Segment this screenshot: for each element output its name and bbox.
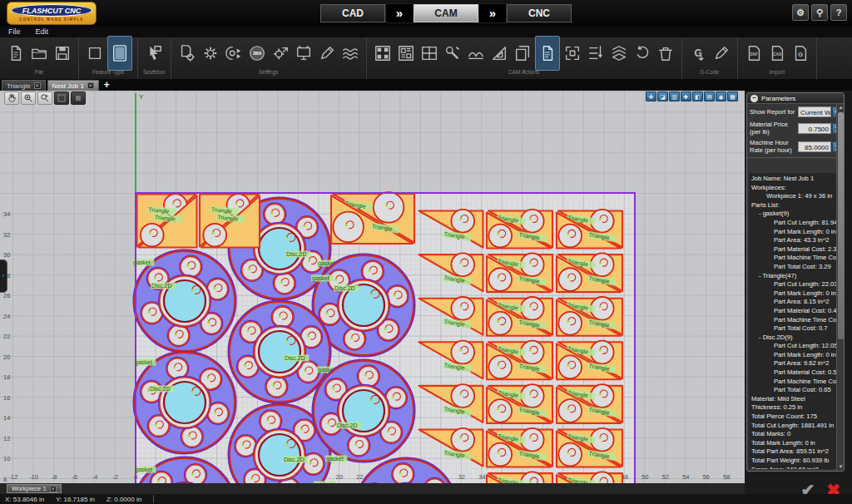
zoom-selected-icon[interactable] — [71, 91, 86, 105]
layers-icon[interactable] — [608, 42, 630, 64]
gcode-edit-icon[interactable] — [711, 42, 732, 64]
pierce-point — [459, 305, 462, 308]
triangle-hole — [451, 384, 474, 408]
report-line: Workpieces: — [751, 184, 842, 193]
key-icon[interactable]: ⚲ — [811, 4, 828, 21]
bolt-hole — [273, 272, 295, 294]
zoom-in-icon[interactable] — [21, 91, 36, 105]
canvas-tool-8-icon[interactable]: ▦ — [727, 91, 738, 101]
waterjet-settings-icon[interactable] — [339, 42, 361, 64]
fab-settings-icon[interactable] — [223, 42, 245, 64]
pierce-point — [497, 233, 499, 235]
nest-parts-icon[interactable] — [372, 42, 394, 64]
gcode-generate-icon[interactable]: G — [687, 42, 709, 64]
triangle-hole — [488, 443, 512, 467]
feature-outline-icon[interactable] — [84, 42, 106, 64]
pierce-point — [241, 444, 244, 447]
report-line: - Triangle(47) — [751, 272, 842, 281]
canvas-tool-6-icon[interactable]: ▤ — [704, 91, 715, 101]
pan-hand-icon[interactable] — [4, 91, 19, 105]
nest-drawing[interactable]: XY-12-10-8-6-4-2024681012141618202224262… — [0, 91, 745, 483]
transform-icon[interactable] — [562, 42, 583, 64]
panes-icon[interactable] — [419, 42, 440, 64]
open-file-icon[interactable] — [28, 42, 50, 64]
menu-file[interactable]: File — [8, 27, 21, 37]
y-axis-label: Y — [139, 93, 144, 101]
delete-icon[interactable] — [655, 42, 676, 64]
canvas-tool-4-icon[interactable]: ✚ — [681, 91, 691, 101]
group-expand-icon[interactable]: ⌄ — [151, 67, 156, 72]
undo-icon[interactable] — [632, 42, 653, 64]
doc-tab-nest-job-1[interactable]: Nest Job 1✕ — [47, 80, 99, 91]
canvas-tool-1-icon[interactable]: ✥ — [646, 91, 656, 101]
settings-gears-icon[interactable]: ⚙ — [792, 4, 809, 21]
zoom-window-icon[interactable] — [37, 91, 52, 105]
new-file-icon[interactable] — [5, 42, 27, 64]
material-price-input[interactable]: 0.7500 — [798, 123, 831, 134]
duplicate-icon[interactable] — [512, 42, 533, 64]
draw-settings-icon[interactable] — [316, 42, 338, 64]
feature-filled-icon[interactable] — [107, 36, 132, 71]
scrollbar-thumb[interactable] — [838, 112, 844, 339]
workpiece-tab[interactable]: Workpiece 1 ✕ — [7, 484, 62, 493]
monitor-settings-icon[interactable] — [293, 42, 315, 64]
mode-tab-cad[interactable]: CAD — [320, 4, 385, 22]
pierce-point — [188, 434, 191, 437]
save-file-icon[interactable] — [52, 42, 73, 64]
toolbar-group-label: Import — [770, 67, 785, 77]
report-line: Total Part Area: 859.51 in^2 — [751, 447, 842, 457]
doc-tab-label: Nest Job 1 — [52, 82, 84, 90]
svg-text:Disc.2D: Disc.2D — [337, 422, 358, 428]
import-cad-icon[interactable]: CAD — [766, 42, 788, 64]
toolbar-group-settings: 360⌄Settings — [171, 37, 367, 79]
import-dxf-icon[interactable]: DXF — [743, 42, 765, 64]
workpiece-tab-close-icon[interactable]: ✕ — [50, 486, 57, 492]
rotary-360-icon[interactable]: 360 — [246, 42, 268, 64]
advanced-gear-icon[interactable] — [270, 42, 291, 64]
canvas-tool-5-icon[interactable]: ◧ — [692, 91, 703, 101]
bridge-icon[interactable] — [465, 42, 487, 64]
machine-settings-icon[interactable] — [200, 42, 221, 64]
doc-settings-icon[interactable] — [176, 42, 198, 64]
canvas-tool-7-icon[interactable]: ◉ — [716, 91, 726, 101]
doc-tab-close-icon[interactable]: ✕ — [87, 82, 94, 89]
scroll-up-icon[interactable]: ▲ — [837, 104, 845, 111]
document-tab-bar: Triangle✕Nest Job 1✕+ — [0, 79, 852, 91]
pierce-point — [599, 393, 602, 395]
bolt-hole — [184, 464, 206, 483]
import-gcode-icon[interactable]: G — [790, 42, 811, 64]
pierce-point — [175, 334, 177, 336]
x-ruler-tick: -12 — [9, 473, 18, 481]
zoom-extents-icon[interactable] — [54, 91, 69, 105]
machine-rate-input[interactable]: 85.0000 — [798, 141, 831, 152]
sequence-icon[interactable] — [585, 42, 607, 64]
parameters-header[interactable]: − Parameters — [747, 93, 844, 104]
report-doc-icon[interactable] — [535, 36, 560, 71]
group-expand-icon[interactable]: ⌄ — [522, 67, 527, 72]
doc-tab-triangle[interactable]: Triangle✕ — [2, 80, 46, 91]
cam-canvas[interactable]: ✥◪▥✚◧▤◉▦ ‹ XY-12-10-8-6-4-20246810121416… — [0, 91, 745, 483]
mode-tab-cam[interactable]: CAM — [414, 4, 478, 22]
mode-tab-cnc[interactable]: CNC — [507, 4, 572, 22]
canvas-tool-3-icon[interactable]: ▥ — [669, 91, 680, 101]
canvas-tool-2-icon[interactable]: ◪ — [657, 91, 668, 101]
group-expand-icon[interactable]: ⌄ — [266, 67, 271, 72]
help-icon[interactable]: ? — [830, 4, 847, 21]
flashcut-cnc-window: FLASHCUT CNC CONTROL MADE SIMPLE CAD»CAM… — [0, 0, 852, 504]
selection-tool-icon[interactable] — [143, 42, 165, 64]
left-flyout-handle[interactable]: ‹ — [0, 259, 7, 293]
menu-edit[interactable]: Edit — [36, 27, 49, 37]
y-ruler-tick: 14 — [3, 414, 10, 422]
collapse-icon[interactable]: − — [750, 95, 758, 102]
show-report-label: Show Report for — [750, 108, 798, 116]
show-report-select[interactable]: Current Workp — [798, 106, 831, 117]
new-tab-button[interactable]: + — [104, 80, 110, 91]
doc-tab-close-icon[interactable]: ✕ — [34, 82, 41, 89]
report-scrollbar[interactable]: ▲ ▼ — [836, 104, 844, 471]
set-square-icon[interactable] — [488, 42, 510, 64]
nest-auto-icon[interactable] — [395, 42, 417, 64]
tool-compensate-icon[interactable] — [442, 42, 463, 64]
report-line: Part Mark Length: 0 in — [751, 228, 842, 237]
x-ruler-tick: 32 — [458, 473, 465, 481]
scroll-down-icon[interactable]: ▼ — [837, 463, 845, 471]
